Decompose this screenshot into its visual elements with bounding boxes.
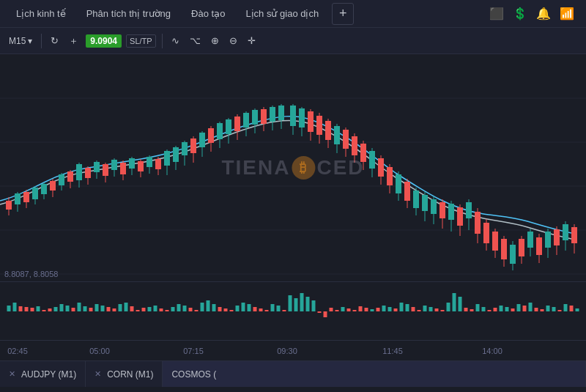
svg-rect-100 bbox=[422, 195, 428, 211]
time-label-3: 09:30 bbox=[277, 347, 297, 355]
dollar-icon[interactable]: 💲 bbox=[513, 7, 527, 21]
top-nav: Lịch kinh tế Phân tích thị trường Đào tạ… bbox=[0, 0, 586, 28]
svg-rect-48 bbox=[308, 111, 314, 132]
crosshair-button[interactable]: ✛ bbox=[245, 34, 259, 48]
timeframe-selector[interactable]: M15 ▾ bbox=[6, 34, 35, 48]
svg-rect-60 bbox=[173, 147, 179, 162]
svg-rect-16 bbox=[50, 181, 56, 191]
time-label-2: 07:15 bbox=[183, 347, 204, 355]
svg-rect-32 bbox=[120, 163, 126, 174]
tab-label-audjpy: AUDJPY (M1) bbox=[21, 369, 76, 380]
svg-rect-52 bbox=[325, 121, 331, 140]
nav-icons: ⬛ 💲 🔔 📶 bbox=[489, 7, 580, 21]
tab-close-audjpy[interactable]: ✕ bbox=[9, 369, 15, 379]
svg-rect-82 bbox=[270, 107, 275, 122]
zoom-in-button[interactable]: ⊕ bbox=[208, 34, 222, 48]
svg-rect-40 bbox=[155, 159, 161, 169]
svg-rect-86 bbox=[360, 144, 366, 162]
svg-rect-122 bbox=[519, 239, 524, 256]
chart-coordinates: 8.8087, 8.8058 bbox=[4, 270, 58, 278]
nav-lich-su[interactable]: Lịch sử giao dịch bbox=[235, 0, 329, 28]
indicators-button[interactable]: ⌥ bbox=[187, 34, 204, 48]
toolbar-separator-1 bbox=[41, 34, 42, 48]
svg-rect-26 bbox=[94, 162, 100, 172]
svg-rect-22 bbox=[76, 164, 82, 180]
svg-rect-56 bbox=[343, 130, 349, 149]
svg-rect-124 bbox=[527, 232, 533, 248]
svg-rect-78 bbox=[252, 110, 258, 125]
svg-rect-28 bbox=[103, 164, 108, 176]
svg-rect-112 bbox=[475, 212, 481, 234]
sl-tp-button[interactable]: SL/TP bbox=[126, 34, 156, 48]
svg-rect-64 bbox=[190, 138, 196, 153]
timeframe-label: M15 bbox=[9, 36, 26, 46]
svg-rect-54 bbox=[334, 126, 340, 144]
bell-icon[interactable]: 🔔 bbox=[536, 7, 551, 21]
tab-cosmos[interactable]: COSMOS ( bbox=[163, 361, 586, 388]
svg-rect-106 bbox=[448, 204, 454, 220]
svg-rect-68 bbox=[208, 128, 214, 143]
svg-rect-108 bbox=[457, 207, 463, 226]
trend-tool-button[interactable]: ∿ bbox=[168, 34, 182, 48]
candlestick-chart bbox=[0, 54, 586, 281]
svg-rect-46 bbox=[299, 108, 305, 127]
monitor-icon[interactable]: ⬛ bbox=[489, 7, 504, 21]
time-label-5: 14:00 bbox=[482, 347, 502, 355]
wifi-icon[interactable]: 📶 bbox=[560, 7, 574, 21]
svg-rect-76 bbox=[243, 113, 249, 127]
time-label-0: 02:45 bbox=[7, 347, 28, 355]
chart-area[interactable]: TIENA ₿ CED 8.8087, 8.8058 bbox=[0, 54, 586, 281]
svg-rect-110 bbox=[466, 202, 472, 218]
time-label-1: 05:00 bbox=[89, 347, 110, 355]
tab-audjpy[interactable]: ✕ AUDJPY (M1) bbox=[0, 361, 86, 388]
nav-phan-tich[interactable]: Phân tích thị trường bbox=[76, 0, 181, 28]
refresh-button[interactable]: ↻ bbox=[48, 34, 62, 48]
svg-rect-18 bbox=[59, 174, 64, 185]
svg-rect-128 bbox=[545, 232, 551, 248]
svg-rect-34 bbox=[129, 158, 135, 169]
svg-rect-130 bbox=[554, 229, 560, 245]
add-indicator-button[interactable]: ＋ bbox=[66, 33, 81, 49]
indicator-area bbox=[0, 281, 586, 340]
tab-label-corn: CORN (M1) bbox=[107, 369, 153, 380]
svg-rect-98 bbox=[413, 191, 419, 208]
svg-rect-8 bbox=[15, 193, 21, 204]
svg-rect-66 bbox=[199, 133, 205, 147]
indicator-chart bbox=[0, 282, 586, 340]
zoom-out-button[interactable]: ⊖ bbox=[226, 34, 240, 48]
svg-rect-126 bbox=[536, 237, 542, 255]
timeframe-chevron: ▾ bbox=[28, 36, 32, 46]
svg-rect-80 bbox=[261, 109, 267, 124]
tab-corn[interactable]: ✕ CORN (M1) bbox=[86, 361, 163, 388]
svg-rect-84 bbox=[278, 106, 284, 120]
svg-rect-132 bbox=[563, 224, 568, 240]
svg-rect-58 bbox=[352, 136, 357, 155]
svg-rect-88 bbox=[369, 151, 375, 169]
svg-rect-62 bbox=[182, 142, 188, 155]
svg-rect-92 bbox=[387, 167, 393, 185]
svg-rect-118 bbox=[501, 239, 507, 259]
svg-rect-102 bbox=[431, 199, 437, 214]
svg-rect-90 bbox=[378, 158, 384, 177]
svg-rect-42 bbox=[164, 151, 170, 166]
time-label-4: 11:45 bbox=[382, 347, 403, 355]
chart-toolbar: M15 ▾ ↻ ＋ 9.0904 SL/TP ∿ ⌥ ⊕ ⊖ ✛ bbox=[0, 28, 586, 54]
svg-rect-74 bbox=[234, 117, 240, 131]
current-price-badge: 9.0904 bbox=[86, 34, 122, 48]
svg-rect-6 bbox=[6, 201, 12, 210]
time-axis: 02:45 05:00 07:15 09:30 11:45 14:00 bbox=[0, 340, 586, 360]
tab-close-corn[interactable]: ✕ bbox=[94, 369, 101, 379]
svg-rect-50 bbox=[316, 116, 322, 135]
svg-rect-116 bbox=[492, 232, 498, 251]
svg-rect-94 bbox=[396, 174, 401, 193]
svg-rect-24 bbox=[85, 168, 91, 178]
svg-rect-30 bbox=[111, 160, 117, 170]
svg-rect-72 bbox=[226, 119, 231, 134]
nav-lich-kinh-te[interactable]: Lịch kinh tế bbox=[6, 0, 76, 28]
svg-rect-36 bbox=[138, 161, 144, 171]
toolbar-separator-2 bbox=[162, 34, 163, 48]
add-tab-button[interactable]: + bbox=[332, 3, 354, 25]
svg-rect-38 bbox=[146, 157, 152, 167]
svg-rect-120 bbox=[510, 245, 516, 264]
nav-dao-tao[interactable]: Đào tạo bbox=[181, 0, 235, 28]
